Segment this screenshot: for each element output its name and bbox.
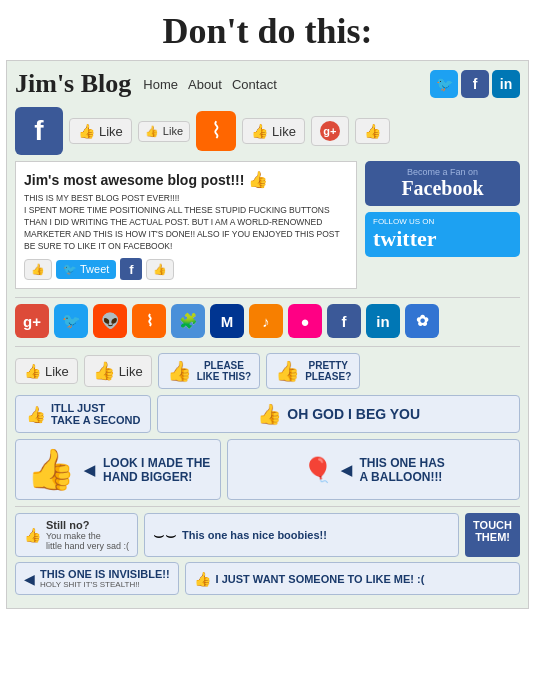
still-no-thumb: 👍 <box>24 527 41 543</box>
nav-links: Home About Contact <box>143 77 276 92</box>
fb-fan-box[interactable]: Become a Fan on Facebook <box>365 161 520 206</box>
divider-2 <box>15 346 520 347</box>
like-btn-5[interactable]: 👍 Like <box>15 358 78 384</box>
page-title: Don't do this: <box>0 0 535 60</box>
share-thumb-2: 👍 <box>153 263 167 276</box>
header-socials: 🐦 f in <box>430 70 520 98</box>
fb-fan-name: Facebook <box>373 177 512 200</box>
please-thumb: 👍 <box>167 359 192 383</box>
just-want-label: I JUST WANT SOMEONE TO LIKE ME! :( <box>216 573 425 585</box>
pretty-please-label: PRETTYPLEASE? <box>305 360 351 382</box>
divider-3 <box>15 506 520 507</box>
promo-boxes: Become a Fan on Facebook Follow Us On tw… <box>365 161 520 289</box>
myspace-share-icon[interactable]: M <box>210 304 244 338</box>
oh-god-thumb: 👍 <box>257 402 282 426</box>
arrow-icon-2: ◀ <box>341 462 352 478</box>
like-row-1: f 👍 Like 👍 Like ⌇ 👍 Like g+ 👍 <box>15 107 520 155</box>
balloon-label: THIS ONE HASA BALLOON!!! <box>360 456 445 484</box>
invisible-sub: HOLY SHIT IT'S STEALTH!! <box>40 580 170 589</box>
twitter-brand: twitter <box>373 226 512 252</box>
nav-contact[interactable]: Contact <box>232 77 277 92</box>
share-fb-icon[interactable]: f <box>120 258 142 280</box>
flickr-share-icon[interactable]: ● <box>288 304 322 338</box>
blog-header: Jim's Blog Home About Contact 🐦 f in <box>15 69 520 99</box>
share-like-btn-2[interactable]: 👍 <box>146 259 174 280</box>
invisible-text-block: THIS ONE IS INVISIBLE!! HOLY SHIT IT'S S… <box>40 568 170 589</box>
gplus-share-icon[interactable]: g+ <box>15 304 49 338</box>
blog-post-title: Jim's most awesome blog post!!! 👍 <box>24 170 348 189</box>
oh-god-label: OH GOD I BEG YOU <box>287 406 420 422</box>
thumb-icon-6: 👍 <box>93 360 115 382</box>
blog-post-area: Jim's most awesome blog post!!! 👍 THIS I… <box>15 161 520 289</box>
still-no-text-block: Still no? You make thelittle hand very s… <box>46 519 129 551</box>
itll-just-btn[interactable]: 👍 ITLL JUSTTAKE A SECOND <box>15 395 151 433</box>
blog-container: Jim's Blog Home About Contact 🐦 f in f 👍… <box>6 60 529 609</box>
pretty-please-btn[interactable]: 👍 PRETTYPLEASE? <box>266 353 360 389</box>
still-no-main: Still no? <box>46 519 129 531</box>
share-like-btn[interactable]: 👍 <box>24 259 52 280</box>
invisible-label: THIS ONE IS INVISIBLE!! <box>40 568 170 580</box>
thumb-icon-3: 👍 <box>251 123 268 139</box>
nav-about[interactable]: About <box>188 77 222 92</box>
pretty-thumb: 👍 <box>275 359 300 383</box>
twitter-follow-box[interactable]: Follow Us On twitter <box>365 212 520 257</box>
thumb-icon-4: 👍 <box>364 123 381 139</box>
like-btn-4[interactable]: 👍 <box>355 118 390 144</box>
reddit-share-icon[interactable]: 👽 <box>93 304 127 338</box>
like-label-5: Like <box>45 364 69 379</box>
facebook-icon-big[interactable]: f <box>15 107 63 155</box>
like-row-2: 👍 Like 👍 Like 👍 PLEASELIKE THIS? 👍 PRETT… <box>15 353 520 389</box>
divider-1 <box>15 297 520 298</box>
delicious-share-icon[interactable]: ✿ <box>405 304 439 338</box>
blog-post-body: THIS IS MY BEST BLOG POST EVER!!!! I SPE… <box>24 193 348 252</box>
arrow-icon-1: ◀ <box>84 462 95 478</box>
blog-title: Jim's Blog <box>15 69 131 99</box>
thumb-icon-1: 👍 <box>78 123 95 139</box>
rss-icon[interactable]: ⌇ <box>196 111 236 151</box>
big-thumb-icon: 👍 <box>26 446 76 493</box>
touch-btn[interactable]: TOUCHTHEM! <box>465 513 520 557</box>
tweet-label: Tweet <box>80 263 109 275</box>
grooveshark-share-icon[interactable]: ♪ <box>249 304 283 338</box>
invisible-row: ◀ THIS ONE IS INVISIBLE!! HOLY SHIT IT'S… <box>15 562 520 595</box>
tweet-btn[interactable]: 🐦 Tweet <box>56 260 116 279</box>
like-btn-3[interactable]: 👍 Like <box>242 118 305 144</box>
invisible-btn[interactable]: ◀ THIS ONE IS INVISIBLE!! HOLY SHIT IT'S… <box>15 562 179 595</box>
rss-share-icon[interactable]: ⌇ <box>132 304 166 338</box>
blog-post-content: Jim's most awesome blog post!!! 👍 THIS I… <box>15 161 357 289</box>
nav-home[interactable]: Home <box>143 77 178 92</box>
thumb-icon-2: 👍 <box>145 125 159 138</box>
share-buttons: 👍 🐦 Tweet f 👍 <box>24 258 348 280</box>
like-btn-1[interactable]: 👍 Like <box>69 118 132 144</box>
still-no-row: 👍 Still no? You make thelittle hand very… <box>15 513 520 557</box>
like-label-1: Like <box>99 124 123 139</box>
like-label-3: Like <box>272 124 296 139</box>
like-btn-2[interactable]: 👍 Like <box>138 121 190 142</box>
boobies-btn[interactable]: ⌣⌣ This one has nice boobies!! <box>144 513 459 557</box>
oh-god-btn[interactable]: 👍 OH GOD I BEG YOU <box>157 395 520 433</box>
bigger-hand-row: 👍 ◀ LOOK I MADE THEHAND BIGGER! 🎈 ◀ THIS… <box>15 439 520 500</box>
balloon-btn[interactable]: 🎈 ◀ THIS ONE HASA BALLOON!!! <box>227 439 520 500</box>
arrow-icon-3: ◀ <box>24 571 35 587</box>
header-twitter-btn[interactable]: 🐦 <box>430 70 458 98</box>
boobies-icon: ⌣⌣ <box>153 525 177 546</box>
like-label-2: Like <box>163 125 183 137</box>
itll-thumb: 👍 <box>26 405 46 424</box>
gplus-icon: g+ <box>320 121 340 141</box>
like-btn-6[interactable]: 👍 Like <box>84 355 152 387</box>
bigger-hand-btn[interactable]: 👍 ◀ LOOK I MADE THEHAND BIGGER! <box>15 439 221 500</box>
linkedin-share-icon[interactable]: in <box>366 304 400 338</box>
just-want-btn[interactable]: 👍 I JUST WANT SOMEONE TO LIKE ME! :( <box>185 562 520 595</box>
header-linkedin-btn[interactable]: in <box>492 70 520 98</box>
header-facebook-btn[interactable]: f <box>461 70 489 98</box>
thumb-icon-title: 👍 <box>248 170 268 189</box>
share-thumb: 👍 <box>31 263 45 276</box>
fb-fan-title: Become a Fan on <box>373 167 512 177</box>
twitter-share-icon[interactable]: 🐦 <box>54 304 88 338</box>
please-like-btn[interactable]: 👍 PLEASELIKE THIS? <box>158 353 260 389</box>
facebook-share-icon[interactable]: f <box>327 304 361 338</box>
twitter-follow-label: Follow Us On <box>373 217 512 226</box>
puzzle-share-icon[interactable]: 🧩 <box>171 304 205 338</box>
still-no-btn[interactable]: 👍 Still no? You make thelittle hand very… <box>15 513 138 557</box>
gplus-like-btn[interactable]: g+ <box>311 116 349 146</box>
